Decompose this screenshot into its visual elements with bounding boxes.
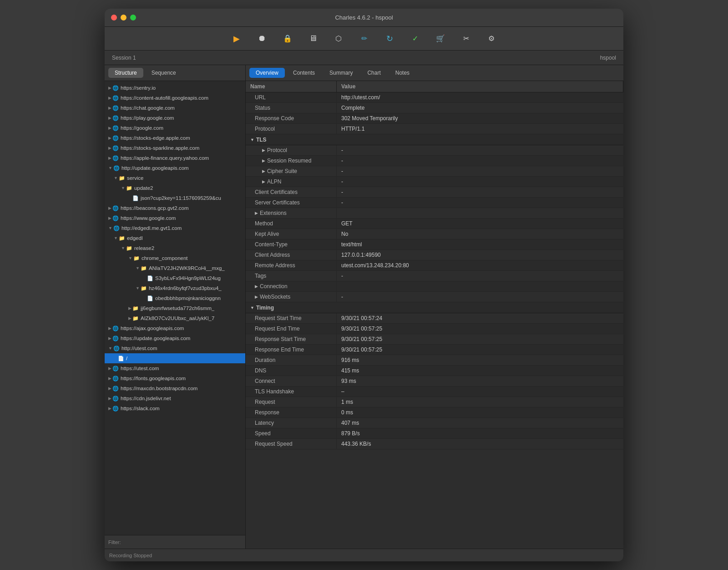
list-item[interactable]: ▶ 🌐 https://chat.google.com: [105, 103, 245, 113]
table-row: Latency 407 ms: [246, 418, 623, 428]
detail-tabs: Overview Contents Summary Chart Notes: [246, 65, 623, 81]
list-item[interactable]: ▶ 🌐 https://www.google.com: [105, 213, 245, 223]
compose-icon[interactable]: ✏: [358, 32, 370, 45]
list-item[interactable]: ▼ 🌐 http://update.googleapis.com: [105, 163, 245, 173]
list-item[interactable]: ▶ 🌐 https://content-autofill.googleapis.…: [105, 93, 245, 103]
folder-icon: 📁: [119, 235, 125, 241]
list-item[interactable]: ▶ 🌐 https://stocks-edge.apple.com: [105, 133, 245, 143]
chevron-right-icon: ▶: [128, 316, 131, 321]
record-icon[interactable]: ▶: [230, 32, 243, 45]
list-item[interactable]: ▼ 📁 service: [105, 173, 245, 183]
table-row: Request 1 ms: [246, 397, 623, 407]
list-item[interactable]: ▼ 📁 release2: [105, 243, 245, 253]
row-name: Protocol: [246, 124, 337, 134]
refresh-icon[interactable]: ↻: [383, 32, 396, 45]
list-item[interactable]: ▶ 🌐 https://slack.com: [105, 403, 245, 413]
table-row: ▶ ALPN -: [246, 177, 623, 187]
list-item[interactable]: ▶ 📄 obedbbhbpmojnkanicioggnn: [105, 293, 245, 303]
validate-icon[interactable]: ✓: [409, 32, 421, 45]
minimize-button[interactable]: [121, 15, 126, 20]
chevron-down-icon: ▼: [250, 305, 254, 310]
list-item[interactable]: ▼ 📁 chrome_component: [105, 253, 245, 263]
row-name: Latency: [246, 418, 337, 428]
list-item[interactable]: ▶ 🌐 https://sentry.io: [105, 83, 245, 93]
globe-icon: 🌐: [112, 406, 119, 412]
row-name: Status: [246, 103, 337, 113]
row-value: 443.36 KB/s: [337, 439, 623, 449]
list-item[interactable]: ▶ 🌐 https://update.googleapis.com: [105, 333, 245, 343]
tab-notes[interactable]: Notes: [389, 68, 416, 78]
list-item[interactable]: ▶ 📄 json?cup2key=11:1576095259&cu: [105, 193, 245, 203]
row-value: 407 ms: [337, 418, 623, 428]
sidebar-item-label: AIZk8O7Cv2UUbxc_aaUykKl_7: [141, 316, 214, 321]
list-item-selected[interactable]: ▶ 📄 /: [105, 353, 245, 363]
sidebar-tabs: Structure Sequence: [105, 65, 245, 81]
list-item[interactable]: ▶ 🌐 https://utest.com: [105, 363, 245, 373]
globe-http-icon: 🌐: [113, 165, 120, 171]
tab-summary[interactable]: Summary: [323, 68, 359, 78]
table-row: Tags -: [246, 271, 623, 281]
row-value: 9/30/21 00:57:25: [337, 324, 623, 334]
chevron-right-icon: ▶: [108, 96, 111, 100]
tab-chart[interactable]: Chart: [361, 68, 387, 78]
list-item[interactable]: ▶ 🌐 https://cdn.jsdelivr.net: [105, 393, 245, 403]
list-item[interactable]: ▼ 📁 ANIaTV2JH2WK9RCoHi__mxg_: [105, 263, 245, 273]
throttle-icon[interactable]: 🔒: [281, 32, 294, 45]
list-item[interactable]: ▼ 📁 hz46x4rdn6byfqf7vzud3pbxu4_: [105, 283, 245, 293]
tab-sequence[interactable]: Sequence: [145, 68, 182, 78]
list-item[interactable]: ▶ 📄 S3ybLvFx94Hgn9pWLt24ug: [105, 273, 245, 283]
section-label: TLS: [256, 137, 267, 143]
stop-icon[interactable]: ⏺: [256, 32, 268, 45]
sidebar-item-label: json?cup2key=11:1576095259&cu: [141, 195, 221, 201]
row-name: Speed: [246, 428, 337, 438]
chevron-right-icon: ▶: [108, 206, 111, 210]
tab-structure[interactable]: Structure: [108, 68, 143, 78]
table-row: TLS Handshake –: [246, 387, 623, 397]
list-item[interactable]: ▶ 🌐 https://google.com: [105, 123, 245, 133]
list-item[interactable]: ▶ 📁 jj6egbunrfwsetuda772ch6smm_: [105, 303, 245, 313]
globe-icon: 🌐: [112, 95, 119, 101]
list-item[interactable]: ▶ 🌐 https://stocks-sparkline.apple.com: [105, 143, 245, 153]
proxy-icon[interactable]: ⬡: [332, 32, 345, 45]
sidebar-item-label: ANIaTV2JH2WK9RCoHi__mxg_: [149, 265, 225, 271]
chevron-right-icon: ▶: [108, 146, 111, 150]
row-value: HTTP/1.1: [337, 124, 623, 134]
close-button[interactable]: [111, 15, 117, 20]
globe-icon: 🌐: [112, 215, 119, 221]
folder-icon: 📁: [119, 175, 125, 181]
row-value: [337, 208, 623, 218]
settings-icon[interactable]: ⚙: [485, 32, 498, 45]
list-item[interactable]: ▼ 🌐 http://utest.com: [105, 343, 245, 353]
row-name: ▶ Protocol: [246, 145, 337, 155]
row-name: Request Start Time: [246, 313, 337, 323]
list-item[interactable]: ▶ 🌐 https://fonts.googleapis.com: [105, 373, 245, 383]
list-item[interactable]: ▶ 🌐 https://apple-finance.query.yahoo.co…: [105, 153, 245, 163]
maximize-button[interactable]: [130, 15, 136, 20]
detail-panel: Overview Contents Summary Chart Notes Na…: [246, 65, 623, 549]
list-item[interactable]: ▼ 📁 edgedl: [105, 233, 245, 243]
table-row: ▶ WebSockets -: [246, 292, 623, 302]
list-item[interactable]: ▶ 📁 AIZk8O7Cv2UUbxc_aaUykKl_7: [105, 313, 245, 323]
list-item[interactable]: ▶ 🌐 https://ajax.googleapis.com: [105, 323, 245, 333]
row-value: -: [337, 292, 623, 302]
sidebar-item-label: https://slack.com: [121, 406, 160, 411]
list-item[interactable]: ▼ 📁 update2: [105, 183, 245, 193]
row-name: Request: [246, 397, 337, 407]
list-item[interactable]: ▶ 🌐 https://beacons.gcp.gvt2.com: [105, 203, 245, 213]
tab-overview[interactable]: Overview: [249, 68, 285, 78]
list-item[interactable]: ▶ 🌐 https://maxcdn.bootstrapcdn.com: [105, 383, 245, 393]
tab-contents[interactable]: Contents: [287, 68, 321, 78]
row-value: GET: [337, 219, 623, 229]
row-value: 127.0.0.1:49590: [337, 250, 623, 260]
filter-input[interactable]: [123, 539, 242, 545]
tools-icon[interactable]: 🛒: [434, 32, 447, 45]
list-item[interactable]: ▼ 🌐 http://edgedl.me.gvt1.com: [105, 223, 245, 233]
sidebar-item-label: obedbbhbpmojnkanicioggnn: [155, 295, 221, 301]
sidebar-item-label: https://stocks-edge.apple.com: [121, 135, 190, 141]
sidebar-item-label: https://play.google.com: [121, 115, 174, 121]
rewrite-icon[interactable]: ✂: [460, 32, 472, 45]
browser-icon[interactable]: 🖥: [307, 32, 319, 45]
row-value: -: [337, 271, 623, 281]
list-item[interactable]: ▶ 🌐 https://play.google.com: [105, 113, 245, 123]
sidebar-list[interactable]: ▶ 🌐 https://sentry.io ▶ 🌐 https://conten…: [105, 81, 245, 535]
